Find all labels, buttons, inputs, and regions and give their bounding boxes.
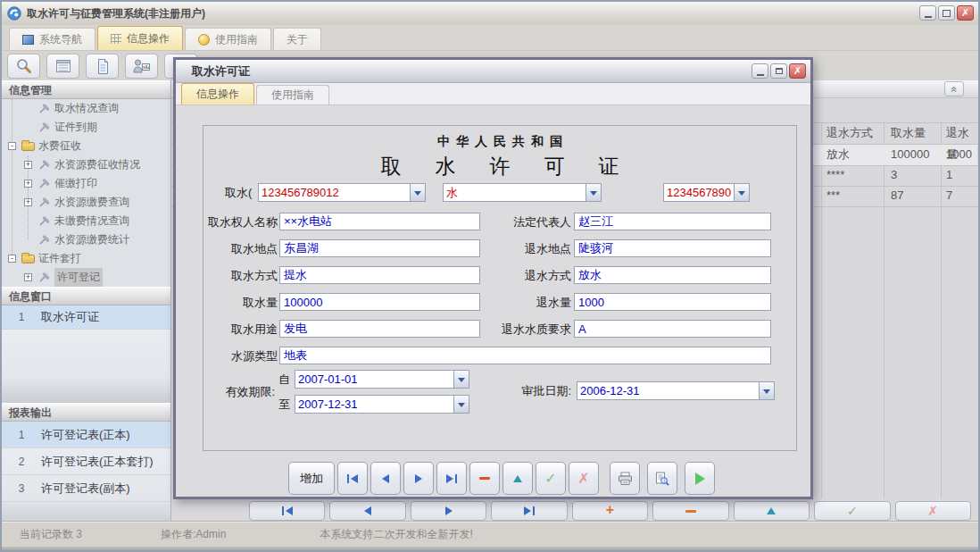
cancel-record-button[interactable]: ✗ [895,501,971,521]
combo-dropdown-button[interactable] [453,396,469,413]
dialog-tab-user-guide[interactable]: 使用指南 [256,85,329,105]
intake-location-field[interactable] [279,239,480,257]
expand-expander-icon[interactable]: + [24,273,32,281]
drain-method-field[interactable] [574,266,771,284]
post-record-button[interactable]: ✓ [814,501,890,521]
next-record-button[interactable] [403,462,434,495]
grid-cell[interactable]: 100000 [891,144,929,165]
permit-no-combo[interactable] [258,183,426,202]
minimize-button[interactable] [919,5,936,21]
last-record-button[interactable] [491,501,567,521]
water-type-value[interactable] [444,184,586,201]
validity-to-value[interactable] [295,396,453,413]
holder-name-field[interactable] [279,213,480,230]
expand-expander-icon[interactable]: + [24,161,32,169]
intake-method-field[interactable] [279,266,480,284]
report-item-copy[interactable]: 3 许可登记表(副本) [2,475,170,502]
combo-dropdown-button[interactable] [453,371,469,388]
print-preview-button[interactable] [647,462,677,495]
tree-item-permit-register[interactable]: + 许可登记 [2,268,170,287]
user-report-button[interactable] [125,54,158,79]
drain-volume-field[interactable] [574,293,771,311]
list-item-permit[interactable]: 1 取水许可证 [2,305,170,330]
permit-no2-combo[interactable] [663,183,750,202]
tree-item-intake-query[interactable]: 取水情况查询 [2,99,170,118]
grid-cell[interactable]: *** [826,185,840,206]
grid-cell[interactable]: 3 [891,164,897,186]
delete-record-button[interactable] [652,501,728,521]
approval-date-combo[interactable] [577,381,775,400]
permit-no-value[interactable] [259,184,410,201]
grid-cell[interactable]: 1000 [946,144,972,165]
validity-to-combo[interactable] [295,395,469,414]
table-view-button[interactable] [46,54,79,79]
collapse-expander-icon[interactable]: - [8,142,16,150]
expand-expander-icon[interactable]: + [24,180,32,188]
edit-record-button[interactable] [734,501,810,521]
grid-cell[interactable]: 放水 [826,144,850,165]
tree-item-unpaid-query[interactable]: 未缴费情况查询 [2,212,170,230]
search-button[interactable] [7,54,40,79]
grid-header-cell[interactable]: 取水量 [891,122,926,144]
document-button[interactable] [86,54,119,79]
post-record-button[interactable]: ✓ [536,462,566,495]
prev-record-button[interactable] [370,462,401,495]
last-record-button[interactable] [436,462,467,495]
grid-cell[interactable]: **** [826,164,844,186]
dialog-title-bar[interactable]: 取水许可证 ✗ [176,60,810,83]
add-record-button[interactable]: + [572,501,648,521]
tree-item-cert-expiry[interactable]: 证件到期 [2,118,170,137]
first-record-button[interactable] [249,501,325,521]
grid-cell[interactable]: 1 [946,164,952,186]
tab-user-guide[interactable]: 使用指南 [185,28,271,50]
dialog-minimize-button[interactable] [752,63,768,79]
tree-item-resource-fee-status[interactable]: + 水资源费征收情况 [2,155,170,174]
run-button[interactable] [685,462,715,495]
tree-folder-fee-collection[interactable]: - 水费征收 [2,137,170,155]
drain-quality-field[interactable] [574,320,771,338]
tree-item-payment-query[interactable]: + 水资源缴费查询 [2,193,170,212]
water-source-type-field[interactable] [279,347,771,364]
grid-header-cell[interactable]: 退水方式 [826,122,873,144]
legal-rep-field[interactable] [574,213,771,230]
tree-folder-cert-print[interactable]: - 证件套打 [2,249,170,268]
grid-cell[interactable]: 7 [946,185,952,206]
intake-volume-field[interactable] [279,293,480,311]
expand-expander-icon[interactable]: + [24,198,32,206]
drain-location-field[interactable] [574,239,771,257]
restore-button[interactable] [938,5,955,21]
dialog-tab-info-operation[interactable]: 信息操作 [181,83,254,105]
cancel-record-button[interactable]: ✗ [569,462,599,495]
tree-item-payment-stats[interactable]: 水资源缴费统计 [2,230,170,249]
prev-record-button[interactable] [329,501,405,521]
water-use-field[interactable] [279,320,480,338]
first-record-button[interactable] [337,462,368,495]
dialog-close-button[interactable]: ✗ [789,63,806,79]
report-item-original-overlay[interactable]: 2 许可登记表(正本套打) [2,448,170,475]
delete-record-button[interactable] [469,462,500,495]
validity-from-combo[interactable] [295,370,469,389]
approval-date-value[interactable] [577,382,759,399]
close-button[interactable]: ✗ [957,5,974,21]
report-item-original[interactable]: 1 许可登记表(正本) [2,422,170,448]
tab-about[interactable]: 关于 [273,28,321,50]
combo-dropdown-button[interactable] [734,184,749,201]
permit-no2-value[interactable] [664,184,734,201]
validity-from-value[interactable] [295,371,453,388]
print-button[interactable] [610,462,640,495]
panel-collapse-button[interactable]: « [944,81,964,96]
combo-dropdown-button[interactable] [586,184,601,201]
grid-cell[interactable]: 87 [891,185,903,206]
grid-header-cell[interactable]: 退水量 [946,122,978,144]
next-record-button[interactable] [411,501,486,521]
edit-record-button[interactable] [502,462,533,495]
combo-dropdown-button[interactable] [759,382,774,399]
water-type-combo[interactable] [443,183,602,202]
combo-dropdown-button[interactable] [410,184,425,201]
dialog-maximize-button[interactable] [770,63,787,79]
tab-system-nav[interactable]: 系统导航 [9,28,96,50]
tree-item-reminder-print[interactable]: + 催缴打印 [2,174,170,193]
tab-info-operation[interactable]: 信息操作 [97,26,183,50]
collapse-expander-icon[interactable]: - [8,255,16,263]
add-button[interactable]: 增加 [288,462,335,495]
